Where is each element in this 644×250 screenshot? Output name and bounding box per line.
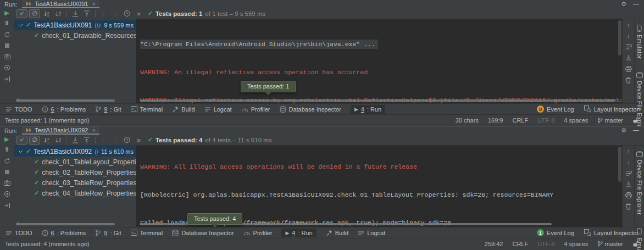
toolwindow-button-build[interactable]: Build [172,106,195,113]
screenshot-icon[interactable] [4,53,10,59]
toolwindow-button-terminal[interactable]: Terminal [131,230,163,236]
event-log-button[interactable]: 1Event Log [537,229,574,236]
status-message[interactable]: Tests passed: 1 (moments ago) [5,117,89,124]
toolwindow-button-todo[interactable]: TODO [5,106,32,113]
toolwindow-button-run[interactable]: ▶4: Run [351,105,385,114]
stop-icon[interactable] [4,43,10,48]
toolwindow-button-emulator[interactable]: Emulator [636,25,643,59]
collapse-all-icon[interactable] [82,136,92,145]
show-ignored-toggle[interactable]: ∅ [29,9,40,18]
toolwindow-button-problems[interactable]: 6: Problems [42,106,86,113]
rerun-icon[interactable] [4,158,10,164]
test-tree-row[interactable]: ✓ check_04_TableRow_Properties 278 ms [14,188,136,198]
rerun-tests-icon[interactable]: ▶ [4,136,9,142]
chevron-down-icon[interactable] [18,150,23,153]
toolwindow-button-terminal[interactable]: Terminal [131,106,163,113]
print-icon[interactable] [625,192,632,198]
collapse-all-icon[interactable] [82,9,92,18]
toolwindow-button-device-file-explorer[interactable]: Device File Explorer [636,151,643,215]
layout-inspector-button[interactable]: Layout Inspector [584,229,639,236]
toolwindow-button-run[interactable]: ▶4: Run [281,229,316,237]
more-actions-chevron-icon[interactable]: » [137,10,141,18]
soft-wrap-icon[interactable] [625,44,632,49]
toolwindow-button-git[interactable]: 9: Git [95,230,121,236]
toolwindow-button-problems[interactable]: 6: Problems [42,230,86,236]
test-history-icon[interactable] [122,136,132,145]
toolwindow-button-profiler[interactable]: Profiler [241,106,270,113]
settings-gear-icon[interactable]: ⚙ [621,1,626,7]
minimize-icon[interactable]: — [633,127,639,134]
import-test-results-icon[interactable] [4,202,10,209]
test-tree-row[interactable]: ✓ check_02_TableRow_Properties 344 ms [14,167,136,177]
sort-by-duration-icon[interactable] [53,136,63,145]
rerun-tests-icon[interactable]: ▶ [4,10,9,16]
next-failed-test-icon[interactable]: ↓ [110,136,120,145]
clear-console-trash-icon[interactable] [625,77,631,84]
previous-failed-test-icon[interactable]: ↑ [99,136,109,145]
import-test-results-icon[interactable] [4,76,10,82]
run-with-coverage-icon[interactable]: 9 [5,147,9,153]
test-tree-row[interactable]: ✓ check_01_Drawable_Resources 9 s 559 ms [14,30,136,41]
git-branch-widget[interactable]: master [597,117,623,124]
tab-close-icon[interactable]: × [92,127,95,134]
encoding-indicator[interactable]: UTF-8 [537,117,554,124]
toolwindow-button-logcat[interactable]: Logcat [204,106,232,113]
settings-gear-icon[interactable]: ⚙ [621,127,626,134]
run-tab[interactable]: TestA1BasicUIX092 × [22,126,99,135]
line-ending-indicator[interactable]: CRLF [512,117,528,124]
run-with-coverage-icon[interactable]: 9 [5,21,9,26]
up-stacktrace-icon[interactable]: ↑ [627,148,630,154]
scroll-to-end-icon[interactable] [625,181,632,187]
soft-wrap-icon[interactable] [625,170,632,176]
tab-close-icon[interactable]: × [92,1,95,7]
sort-by-duration-icon[interactable] [53,9,63,18]
status-message[interactable]: Tests passed: 4 (moments ago) [5,241,89,247]
show-passed-toggle[interactable]: ✓ [16,136,27,145]
caret-position[interactable]: 259:42 [485,241,503,247]
expand-all-icon[interactable] [70,136,80,145]
toolwindow-button-logcat[interactable]: Logcat [358,230,385,236]
show-passed-toggle[interactable]: ✓ [16,9,27,18]
screen-record-icon[interactable] [4,64,10,71]
console-hscrollbar[interactable] [140,99,615,102]
toolwindow-button-profiler[interactable]: Profiler [243,230,273,236]
test-tree-root-row[interactable]: ✓ TestA1BasicUIX092 (org.aplas.basicappx… [14,146,136,157]
screenshot-icon[interactable] [4,180,10,186]
stop-icon[interactable] [4,169,10,175]
indent-indicator[interactable]: 4 spaces [564,117,588,124]
event-log-button[interactable]: 8Event Log [537,105,574,113]
next-failed-test-icon[interactable]: ↓ [110,9,120,18]
caret-position[interactable]: 169:9 [488,117,503,124]
line-ending-indicator[interactable]: CRLF [512,241,528,247]
encoding-indicator[interactable]: UTF-8 [537,241,554,247]
toolwindow-button-build[interactable]: Build [326,230,348,236]
up-stacktrace-icon[interactable]: ↑ [627,22,630,28]
toolwindow-button-database-inspector[interactable]: Database Inspector [280,106,341,113]
expand-all-icon[interactable] [70,9,80,18]
console-vscrollbar[interactable] [618,20,621,55]
rerun-icon[interactable] [4,31,10,38]
test-history-icon[interactable] [122,9,132,18]
tree-hscrollbar[interactable] [16,223,115,225]
test-tree-row[interactable]: ✓ check_03_TableRow_Properties 344 ms [14,177,136,188]
toolwindow-button-database-inspector[interactable]: Database Inspector [172,230,234,236]
down-stacktrace-icon[interactable]: ↓ [627,33,630,39]
print-icon[interactable] [625,66,632,72]
toolwindow-button-git[interactable]: 9: Git [95,106,121,113]
minimize-icon[interactable]: — [633,1,639,7]
console-vscrollbar[interactable] [618,147,621,182]
clear-console-trash-icon[interactable] [625,203,631,210]
toolwindow-button-todo[interactable]: TODO [5,230,32,236]
console-line[interactable]: "C:\Program Files\Android\Android Studio… [140,40,378,49]
sort-alphabetically-icon[interactable]: az [42,9,52,18]
test-tree-root-row[interactable]: ✓ TestA1BasicUIX091 (org.aplas.basicappx… [14,20,136,30]
show-ignored-toggle[interactable]: ∅ [29,136,40,145]
tree-hscrollbar[interactable] [16,99,115,102]
indent-indicator[interactable]: 4 spaces [564,241,588,247]
chevron-down-icon[interactable] [18,24,23,27]
more-actions-chevron-icon[interactable]: » [137,136,141,144]
git-branch-widget[interactable]: master [597,241,623,247]
previous-failed-test-icon[interactable]: ↑ [99,9,109,18]
down-stacktrace-icon[interactable]: ↓ [627,159,630,165]
run-tab[interactable]: TestA1BasicUIX091 × [22,0,99,8]
